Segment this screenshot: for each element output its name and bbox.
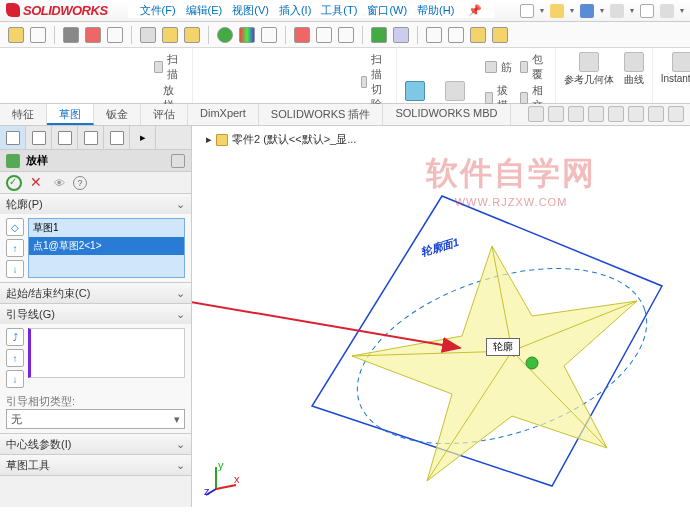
profile-list[interactable]: 草图1 点1@草图2<1> [28,218,185,278]
tab-feature[interactable]: 特征 [0,104,47,125]
tool-icon[interactable] [426,27,442,43]
view-icon[interactable] [568,106,584,122]
tool-icon[interactable] [371,27,387,43]
guides-section-head[interactable]: 引导线(G) [0,304,191,324]
more-tab[interactable]: ▸ [130,126,156,149]
sweep-cut-button[interactable]: 扫描切除 [361,52,388,112]
sweep-button[interactable]: 扫描 [154,52,184,82]
view-icon[interactable] [548,106,564,122]
view-icon[interactable] [608,106,624,122]
chevron-right-icon: ▸ [140,131,146,144]
tool-icon[interactable] [448,27,464,43]
guide-movedown-button[interactable]: ↓ [6,370,24,388]
tool-icon[interactable] [294,27,310,43]
tool-icon[interactable] [162,27,178,43]
dropdown-icon[interactable]: ▾ [600,6,604,15]
tool-icon[interactable] [184,27,200,43]
menu-insert[interactable]: 插入(I) [279,3,311,18]
curves-button[interactable]: 曲线 [624,52,644,87]
view-icon[interactable] [648,106,664,122]
save-icon[interactable] [580,4,594,18]
help-button[interactable]: ? [73,176,87,190]
tool-icon[interactable] [261,27,277,43]
search-icon[interactable] [528,106,544,122]
constraints-section-head[interactable]: 起始/结束约束(C) [0,283,191,303]
pin-icon[interactable]: 📌 [468,4,482,17]
tab-plugins[interactable]: SOLIDWORKS 插件 [259,104,384,125]
3d-viewport[interactable]: ▸ 零件2 (默认<<默认>_显... 轮廓面1 轮廓 软件自学网 WWW.RJ… [192,126,690,507]
svg-text:y: y [218,461,224,471]
tab-evaluate[interactable]: 评估 [141,104,188,125]
tool-icon[interactable] [316,27,332,43]
tab-sheetmetal[interactable]: 钣金 [94,104,141,125]
list-item[interactable]: 草图1 [29,219,184,237]
separator [362,26,363,44]
guide-list[interactable] [28,328,185,378]
tool-icon[interactable] [338,27,354,43]
guide-select-icon[interactable]: ⤴ [6,328,24,346]
print-icon[interactable] [610,4,624,18]
dropdown-icon[interactable]: ▾ [570,6,574,15]
separator [131,26,132,44]
view-icon[interactable] [588,106,604,122]
menu-view[interactable]: 视图(V) [232,3,269,18]
tool-icon[interactable] [393,27,409,43]
dimxpert-tab[interactable] [78,126,104,149]
separator [208,26,209,44]
menu-file[interactable]: 文件(F) [140,3,176,18]
tab-sketch[interactable]: 草图 [47,104,94,125]
instant3d-button[interactable]: Instant3D [661,52,690,84]
tab-dimxpert[interactable]: DimXpert [188,104,259,125]
wrap-button[interactable]: 包覆 [520,52,547,82]
refgeom-button[interactable]: 参考几何体 [564,52,614,87]
tab-mbd[interactable]: SOLIDWORKS MBD [383,104,510,125]
dropdown-icon[interactable]: ▾ [680,6,684,15]
svg-text:z: z [204,485,210,497]
movedown-button[interactable]: ↓ [6,260,24,278]
new-icon[interactable] [520,4,534,18]
centerline-section-head[interactable]: 中心线参数(I) [0,434,191,454]
settings-icon[interactable] [660,4,674,18]
rib-button[interactable]: 筋 [485,52,512,82]
menu-edit[interactable]: 编辑(E) [186,3,223,18]
tool-icon[interactable] [107,27,123,43]
orientation-triad[interactable]: y x z [204,461,240,497]
display-tab[interactable] [104,126,130,149]
cancel-button[interactable]: ✕ [30,175,46,191]
menu-help[interactable]: 帮助(H) [417,3,454,18]
sketchtools-section-head[interactable]: 草图工具 [0,455,191,475]
tool-icon[interactable] [217,27,233,43]
tool-icon[interactable] [8,27,24,43]
dropdown-icon[interactable]: ▾ [540,6,544,15]
pin-panel-icon[interactable] [171,154,185,168]
tool-icon[interactable] [140,27,156,43]
tool-icon[interactable] [239,27,255,43]
propmgr-tab[interactable] [26,126,52,149]
menu-window[interactable]: 窗口(W) [367,3,407,18]
moveup-button[interactable]: ↑ [6,239,24,257]
featuretree-tab[interactable] [0,126,26,149]
preview-icon[interactable]: 👁 [54,177,65,189]
guide-moveup-button[interactable]: ↑ [6,349,24,367]
svg-text:x: x [234,473,240,485]
menu-tools[interactable]: 工具(T) [321,3,357,18]
callout-label[interactable]: 轮廓 [486,338,520,356]
list-item[interactable]: 点1@草图2<1> [29,237,184,255]
tool-icon[interactable] [30,27,46,43]
tool-icon[interactable] [492,27,508,43]
cursor-icon[interactable] [640,4,654,18]
view-icon[interactable] [668,106,684,122]
open-icon[interactable] [550,4,564,18]
confirm-button[interactable] [6,175,22,191]
tool-icon[interactable] [470,27,486,43]
tool-icon[interactable] [85,27,101,43]
profiles-section-head[interactable]: 轮廓(P) [0,194,191,214]
svg-text:轮廓面1: 轮廓面1 [419,236,460,258]
profile-select-icon[interactable]: ◇ [6,218,24,236]
cfgmgr-tab[interactable] [52,126,78,149]
dropdown-icon[interactable]: ▾ [630,6,634,15]
svg-line-15 [216,485,236,489]
view-icon[interactable] [628,106,644,122]
guide-type-combo[interactable]: 无 [6,409,185,429]
tool-icon[interactable] [63,27,79,43]
